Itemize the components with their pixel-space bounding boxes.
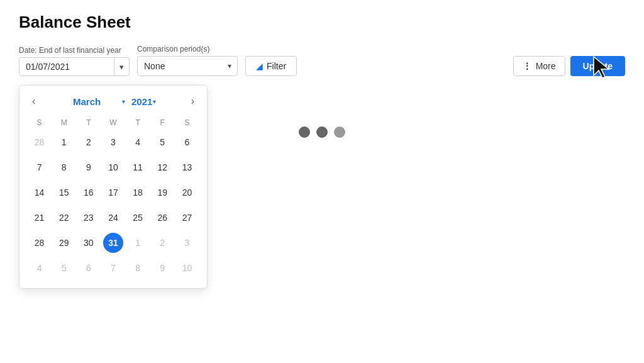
table-cell: 27: [175, 205, 199, 230]
table-cell: 23: [76, 205, 101, 230]
table-cell: 20: [175, 180, 199, 205]
more-dots-icon: ⋮: [523, 61, 532, 71]
comparison-label: Comparison period(s): [137, 45, 238, 53]
year-select[interactable]: 201920202021 20222023: [129, 95, 155, 108]
calendar-week-5: 45678910: [27, 255, 199, 281]
calendar-day[interactable]: 26: [152, 208, 172, 228]
table-cell: 4: [126, 130, 150, 155]
date-dropdown-button[interactable]: ▾: [114, 59, 129, 75]
calendar-day[interactable]: 19: [152, 182, 172, 203]
calendar-day[interactable]: 18: [128, 182, 148, 203]
table-cell: 21: [27, 205, 52, 230]
toolbar: Date: End of last financial year ▾ Compa…: [19, 45, 625, 76]
calendar-day[interactable]: 1: [128, 233, 148, 253]
calendar-dropdown: ‹ JanuaryFebruaryMarch AprilMayJune July…: [19, 85, 208, 289]
loading-dot-1: [299, 126, 310, 138]
comparison-select[interactable]: None Previous period Previous year: [137, 56, 238, 76]
more-button[interactable]: ⋮ More: [513, 56, 565, 76]
calendar-day[interactable]: 5: [152, 132, 172, 152]
table-cell: 28: [27, 230, 52, 255]
date-label: Date: End of last financial year: [19, 46, 130, 55]
table-cell: 10: [101, 155, 125, 180]
calendar-day[interactable]: 20: [177, 182, 197, 203]
calendar-day[interactable]: 4: [30, 258, 50, 278]
comparison-select-wrap: None Previous period Previous year ▾: [137, 56, 238, 76]
date-input-wrap: ▾: [19, 57, 130, 76]
calendar-week-2: 14151617181920: [27, 180, 199, 205]
month-select[interactable]: JanuaryFebruaryMarch AprilMayJune JulyAu…: [70, 95, 125, 108]
calendar-day[interactable]: 2: [79, 132, 99, 152]
calendar-day[interactable]: 6: [79, 258, 99, 278]
table-cell: 10: [175, 255, 199, 281]
day-header-m: M: [52, 116, 76, 130]
calendar-week-3: 21222324252627: [27, 205, 199, 230]
calendar-day[interactable]: 23: [79, 208, 99, 228]
calendar-day[interactable]: 31: [103, 233, 123, 253]
day-header-t: T: [76, 116, 101, 130]
calendar-week-0: 28123456: [27, 130, 199, 155]
update-button[interactable]: Update: [570, 56, 625, 76]
year-select-wrap: 201920202021 20222023 ▾: [129, 95, 156, 108]
table-cell: 15: [52, 180, 76, 205]
table-cell: 16: [76, 180, 101, 205]
calendar-day[interactable]: 9: [152, 258, 172, 278]
calendar-day[interactable]: 11: [128, 157, 148, 177]
calendar-day[interactable]: 17: [103, 182, 123, 203]
prev-month-button[interactable]: ‹: [27, 93, 40, 109]
calendar-day[interactable]: 29: [54, 233, 74, 253]
calendar-day[interactable]: 25: [128, 208, 148, 228]
table-cell: 12: [150, 155, 175, 180]
calendar-day[interactable]: 1: [54, 132, 74, 152]
table-cell: 7: [27, 155, 52, 180]
calendar-day[interactable]: 10: [177, 258, 197, 278]
calendar-day[interactable]: 21: [30, 208, 50, 228]
calendar-day[interactable]: 8: [54, 157, 74, 177]
table-cell: 6: [76, 255, 101, 281]
calendar-day[interactable]: 4: [128, 132, 148, 152]
calendar-day[interactable]: 16: [79, 182, 99, 203]
calendar-day[interactable]: 22: [54, 208, 74, 228]
calendar-day[interactable]: 6: [177, 132, 197, 152]
loading-dot-2: [316, 126, 328, 138]
table-cell: 6: [175, 130, 199, 155]
table-cell: 8: [126, 255, 150, 281]
calendar-day[interactable]: 2: [152, 233, 172, 253]
table-cell: 31: [101, 230, 125, 255]
calendar-day[interactable]: 24: [103, 208, 123, 228]
calendar-day[interactable]: 15: [54, 182, 74, 203]
calendar-day[interactable]: 27: [177, 208, 197, 228]
table-cell: 25: [126, 205, 150, 230]
calendar-day[interactable]: 10: [103, 157, 123, 177]
page-title: Balance Sheet: [19, 13, 625, 32]
more-label: More: [536, 61, 556, 71]
calendar-day[interactable]: 7: [30, 157, 50, 177]
toolbar-right: ⋮ More Update: [513, 56, 625, 76]
month-year-selectors: JanuaryFebruaryMarch AprilMayJune JulyAu…: [70, 95, 156, 108]
calendar-day[interactable]: 9: [79, 157, 99, 177]
table-cell: 24: [101, 205, 125, 230]
date-input[interactable]: [19, 58, 114, 75]
table-cell: 17: [101, 180, 125, 205]
day-header-s2: S: [175, 116, 199, 130]
table-cell: 28: [27, 130, 52, 155]
comparison-field-group: Comparison period(s) None Previous perio…: [137, 45, 238, 76]
calendar-day[interactable]: 8: [128, 258, 148, 278]
calendar-day[interactable]: 12: [152, 157, 172, 177]
calendar-day[interactable]: 13: [177, 157, 197, 177]
day-header-s: S: [27, 116, 52, 130]
next-month-button[interactable]: ›: [186, 93, 199, 109]
table-cell: 5: [52, 255, 76, 281]
calendar-day[interactable]: 14: [30, 182, 50, 203]
table-cell: 11: [126, 155, 150, 180]
table-cell: 9: [150, 255, 175, 281]
day-header-f: F: [150, 116, 175, 130]
calendar-day[interactable]: 3: [177, 233, 197, 253]
calendar-day[interactable]: 30: [79, 233, 99, 253]
calendar-day[interactable]: 3: [103, 132, 123, 152]
calendar-day[interactable]: 7: [103, 258, 123, 278]
calendar-day[interactable]: 28: [30, 132, 50, 152]
calendar-grid: S M T W T F S 28123456789101112131415161…: [27, 116, 199, 281]
calendar-day[interactable]: 28: [30, 233, 50, 253]
filter-button[interactable]: ◢ Filter: [245, 56, 297, 76]
calendar-day[interactable]: 5: [54, 258, 74, 278]
